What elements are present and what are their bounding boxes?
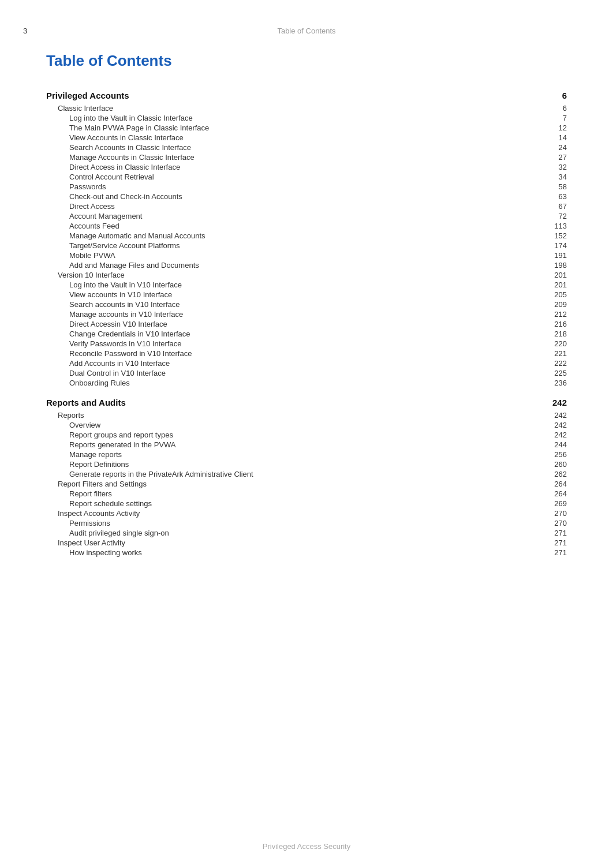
entry-page-1-5: 260 (554, 460, 567, 469)
entry-label-0-28: Onboarding Rules (46, 379, 130, 387)
toc-entry-0-23: Change Credentials in V10 Interface218 (46, 330, 567, 338)
entry-page-0-6: 32 (559, 163, 567, 171)
entry-label-1-2: Report groups and report types (46, 431, 173, 439)
entry-label-0-16: Add and Manage Files and Documents (46, 261, 199, 270)
toc-entry-0-25: Reconcile Password in V10 Interface221 (46, 349, 567, 358)
toc-entry-0-6: Direct Access in Classic Interface32 (46, 163, 567, 171)
entry-label-0-26: Add Accounts in V10 Interface (46, 359, 170, 368)
entry-label-0-12: Accounts Feed (46, 222, 119, 230)
page-number: 3 (23, 27, 27, 35)
entry-label-0-25: Reconcile Password in V10 Interface (46, 349, 192, 358)
entry-label-1-9: Report schedule settings (46, 499, 152, 508)
entry-label-1-5: Report Definitions (46, 460, 129, 469)
entry-page-0-18: 201 (554, 280, 567, 289)
entry-label-1-14: How inspecting works (46, 548, 142, 557)
footer: Privileged Access Security (0, 842, 613, 851)
toc-entry-0-15: Mobile PVWA191 (46, 251, 567, 260)
entry-page-0-25: 221 (554, 349, 567, 358)
entry-page-0-27: 225 (554, 369, 567, 377)
entry-label-1-1: Overview (46, 421, 100, 429)
entry-page-0-21: 212 (554, 310, 567, 319)
entry-page-1-14: 271 (554, 548, 567, 557)
page-container: 3 Table of Contents Table of Contents Pr… (0, 0, 613, 868)
entry-label-0-7: Control Account Retrieval (46, 173, 154, 181)
toc-entry-1-9: Report schedule settings269 (46, 499, 567, 508)
toc-entry-0-14: Target/Service Account Platforms174 (46, 241, 567, 250)
entry-page-0-10: 67 (559, 202, 567, 211)
section-title-1: Reports and Audits (46, 398, 126, 407)
toc-entry-1-10: Inspect Accounts Activity270 (46, 509, 567, 518)
entry-page-0-0: 6 (563, 104, 567, 113)
entry-page-1-9: 269 (554, 499, 567, 508)
toc-title: Table of Contents (46, 52, 567, 70)
toc-entry-1-3: Reports generated in the PVWA244 (46, 440, 567, 449)
entry-label-0-13: Manage Automatic and Manual Accounts (46, 231, 205, 240)
entry-page-0-5: 27 (559, 153, 567, 162)
entry-label-0-23: Change Credentials in V10 Interface (46, 330, 190, 338)
toc-entry-1-0: Reports242 (46, 411, 567, 420)
toc-entry-1-6: Generate reports in the PrivateArk Admin… (46, 470, 567, 478)
entry-page-0-17: 201 (554, 271, 567, 279)
entry-page-0-16: 198 (554, 261, 567, 270)
entry-page-0-12: 113 (554, 222, 567, 230)
entry-page-1-12: 271 (554, 529, 567, 537)
toc-entry-1-7: Report Filters and Settings264 (46, 480, 567, 488)
toc-entry-0-17: Version 10 Interface201 (46, 271, 567, 279)
entry-page-0-15: 191 (554, 251, 567, 260)
toc-entry-0-16: Add and Manage Files and Documents198 (46, 261, 567, 270)
entry-label-0-3: View Accounts in Classic Interface (46, 133, 184, 142)
toc-entry-1-12: Audit privileged single sign-on271 (46, 529, 567, 537)
entry-label-0-0: Classic Interface (46, 104, 113, 113)
toc-entry-0-4: Search Accounts in Classic Interface24 (46, 143, 567, 152)
entry-label-0-11: Account Management (46, 212, 142, 220)
toc-entry-1-14: How inspecting works271 (46, 548, 567, 557)
toc-entry-0-19: View accounts in V10 Interface205 (46, 290, 567, 299)
toc-entry-0-3: View Accounts in Classic Interface14 (46, 133, 567, 142)
section-header-1: Reports and Audits242 (46, 398, 567, 407)
entry-label-1-10: Inspect Accounts Activity (46, 509, 140, 518)
entry-page-0-28: 236 (554, 379, 567, 387)
entry-page-1-10: 270 (554, 509, 567, 518)
toc-entry-0-26: Add Accounts in V10 Interface222 (46, 359, 567, 368)
entry-label-0-27: Dual Control in V10 Interface (46, 369, 166, 377)
entry-label-1-11: Permissions (46, 519, 110, 527)
toc-entry-0-22: Direct Accessin V10 Interface216 (46, 320, 567, 328)
toc-entry-0-11: Account Management72 (46, 212, 567, 220)
entry-page-1-0: 242 (554, 411, 567, 420)
entry-page-1-13: 271 (554, 538, 567, 547)
entry-page-1-2: 242 (554, 431, 567, 439)
toc-entry-1-13: Inspect User Activity271 (46, 538, 567, 547)
section-page-0: 6 (562, 91, 567, 100)
entry-page-1-7: 264 (554, 480, 567, 488)
entry-label-0-10: Direct Access (46, 202, 115, 211)
entry-label-0-2: The Main PVWA Page in Classic Interface (46, 124, 209, 132)
entry-label-0-24: Verify Passwords in V10 Interface (46, 339, 181, 348)
entry-page-1-8: 264 (554, 489, 567, 498)
entry-page-0-22: 216 (554, 320, 567, 328)
toc-entry-0-8: Passwords58 (46, 182, 567, 191)
toc-entry-1-11: Permissions270 (46, 519, 567, 527)
entry-page-0-13: 152 (554, 231, 567, 240)
entry-label-0-5: Manage Accounts in Classic Interface (46, 153, 195, 162)
entry-page-0-2: 12 (559, 124, 567, 132)
toc-body: Privileged Accounts6Classic Interface6Lo… (46, 91, 567, 557)
entry-label-1-6: Generate reports in the PrivateArk Admin… (46, 470, 253, 478)
header-label: Table of Contents (277, 27, 335, 35)
entry-label-0-19: View accounts in V10 Interface (46, 290, 172, 299)
entry-page-1-1: 242 (554, 421, 567, 429)
entry-label-1-0: Reports (46, 411, 84, 420)
entry-page-1-11: 270 (554, 519, 567, 527)
entry-page-1-4: 256 (554, 450, 567, 459)
entry-label-0-1: Log into the Vault in Classic Interface (46, 114, 193, 122)
toc-entry-0-10: Direct Access67 (46, 202, 567, 211)
entry-page-0-23: 218 (554, 330, 567, 338)
toc-entry-0-20: Search accounts in V10 Interface209 (46, 300, 567, 309)
entry-page-0-4: 24 (559, 143, 567, 152)
entry-label-0-17: Version 10 Interface (46, 271, 125, 279)
entry-label-0-8: Passwords (46, 182, 106, 191)
entry-page-0-8: 58 (559, 182, 567, 191)
entry-page-0-19: 205 (554, 290, 567, 299)
entry-page-0-20: 209 (554, 300, 567, 309)
entry-label-1-4: Manage reports (46, 450, 122, 459)
toc-entry-1-1: Overview242 (46, 421, 567, 429)
